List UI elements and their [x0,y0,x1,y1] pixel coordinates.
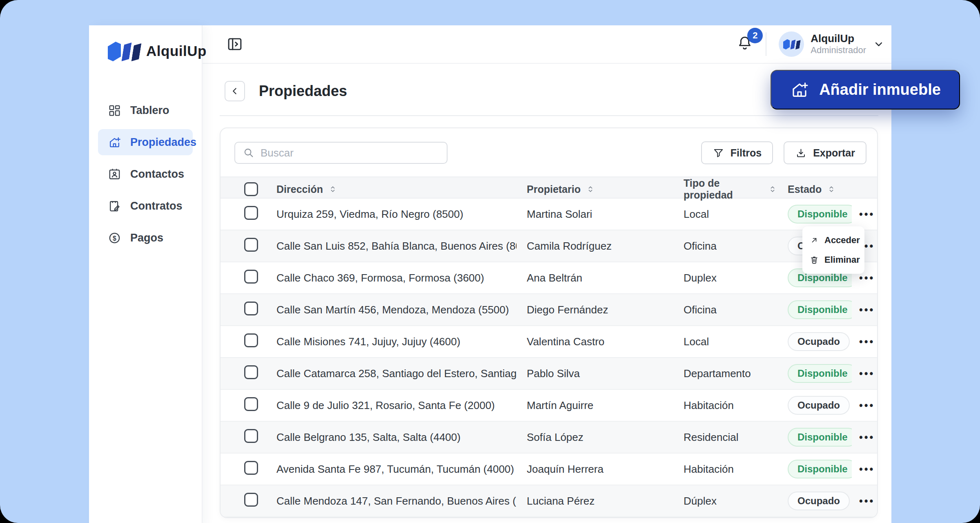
column-header-propietario[interactable]: Propietario [517,183,673,195]
row-actions-button[interactable]: ••• [859,400,875,411]
status-badge: Disponible [788,428,852,447]
table-body: Urquiza 259, Viedma, Río Negro (8500)Mar… [220,199,877,517]
add-property-button[interactable]: Añadir inmueble [771,70,960,110]
cell-type: Departamento [673,367,777,380]
cell-address: Calle San Martín 456, Mendoza, Mendoza (… [266,304,517,316]
table-row: Calle Chaco 369, Formosa, Formosa (3600)… [220,262,877,294]
row-actions-button[interactable]: ••• [859,368,875,379]
menu-item-eliminar[interactable]: Eliminar [802,250,864,270]
filters-button[interactable]: Filtros [701,141,773,164]
cell-owner: Martín Aguirre [517,399,673,412]
row-actions-button[interactable]: ••• [859,336,875,347]
row-checkbox[interactable] [244,333,258,347]
cell-owner: Joaquín Herrera [517,463,673,476]
sidebar-item-pagos[interactable]: $Pagos [98,225,193,251]
column-header-estado[interactable]: Estado [777,183,852,195]
row-actions-button[interactable]: ••• [859,463,875,475]
status-badge: Disponible [788,460,852,478]
house-plus-icon [108,136,121,149]
cell-type: Oficina [673,304,777,316]
sort-icon [328,184,338,194]
row-actions-button[interactable]: ••• [859,431,875,443]
cell-address: Calle San Luis 852, Bahía Blanca, Buenos… [266,240,517,253]
sidebar-item-label: Propiedades [130,136,196,149]
house-plus-icon [790,80,809,100]
select-all-checkbox[interactable] [244,182,258,196]
row-checkbox[interactable] [244,493,258,507]
row-actions-button[interactable]: ••• [859,208,875,220]
status-badge: Disponible [788,205,852,224]
sidebar-item-contactos[interactable]: Contactos [98,161,193,187]
chevron-down-icon [873,38,885,50]
brand-logo-icon [108,41,140,61]
sidebar-nav: TableroPropiedadesContactosContratos$Pag… [98,97,193,251]
menu-item-acceder[interactable]: Acceder [802,230,864,250]
export-button[interactable]: Exportar [784,141,866,164]
row-checkbox[interactable] [244,429,258,443]
row-actions-button[interactable]: ••• [859,272,875,284]
contract-icon [108,199,121,213]
menu-item-label: Acceder [824,235,860,246]
cell-address: Calle Misiones 741, Jujuy, Jujuy (4600) [266,335,517,348]
column-header-label: Tipo de propiedad [684,177,763,201]
cell-address: Calle Mendoza 147, San Fernando, Buenos … [266,495,517,507]
table-row: Calle San Martín 456, Mendoza, Mendoza (… [220,294,877,326]
row-checkbox[interactable] [244,461,258,475]
table-row: Avenida Santa Fe 987, Tucumán, Tucumán (… [220,454,877,485]
row-actions-button[interactable]: ••• [859,304,875,315]
column-header-tipo-de-propiedad[interactable]: Tipo de propiedad [673,177,777,201]
cell-address: Calle Catamarca 258, Santiago del Estero… [266,367,517,380]
cell-owner: Martina Solari [517,208,673,221]
column-header-label: Estado [788,183,822,195]
table-row: Urquiza 259, Viedma, Río Negro (8500)Mar… [220,199,877,230]
sidebar-item-propiedades[interactable]: Propiedades [98,129,193,155]
notification-count-badge: 2 [747,28,763,43]
search-input[interactable] [261,147,439,159]
table-header: DirecciónPropietarioTipo de propiedadEst… [220,177,877,199]
user-name: AlquilUp [811,32,866,45]
table-row: Calle Misiones 741, Jujuy, Jujuy (4600)V… [220,326,877,358]
back-button[interactable] [225,81,245,101]
svg-text:$: $ [113,235,116,241]
sidebar-item-tablero[interactable]: Tablero [98,97,193,123]
sidebar-item-label: Pagos [130,232,163,244]
cell-type: Duplex [673,272,777,284]
status-badge: Ocupado [788,396,850,415]
row-checkbox[interactable] [244,206,258,220]
search-input-wrap [234,142,448,164]
cell-owner: Luciana Pérez [517,495,673,507]
dashboard-icon [108,104,121,117]
sidebar-toggle-icon[interactable] [225,35,244,54]
trash-icon [809,255,819,265]
payments-icon: $ [108,231,121,245]
arrow-up-right-icon [809,235,819,245]
status-badge: Ocupado [788,492,850,510]
table-row: Calle Belgrano 135, Salta, Salta (4400)S… [220,422,877,454]
download-icon [795,147,807,159]
contact-card-icon [108,168,121,181]
row-checkbox[interactable] [244,365,258,379]
search-icon [243,147,255,159]
table-row: Calle Mendoza 147, San Fernando, Buenos … [220,485,877,517]
row-checkbox[interactable] [244,397,258,411]
sidebar: AlquilUp TableroPropiedadesContactosCont… [89,25,203,523]
cell-address: Calle Chaco 369, Formosa, Formosa (3600) [266,272,517,284]
column-header-label: Propietario [527,183,581,195]
filter-icon [713,147,724,159]
user-menu[interactable]: AlquilUp Administrador [779,31,885,57]
row-actions-button[interactable]: ••• [859,495,875,507]
row-checkbox[interactable] [244,270,258,284]
page-title: Propiedades [259,83,347,100]
sidebar-item-label: Tablero [130,104,169,117]
table-row: Calle Catamarca 258, Santiago del Estero… [220,358,877,390]
cell-owner: Ana Beltrán [517,272,673,284]
notifications-button[interactable]: 2 [736,35,753,54]
row-checkbox[interactable] [244,238,258,252]
sidebar-item-contratos[interactable]: Contratos [98,193,193,219]
row-checkbox[interactable] [244,302,258,315]
cell-type: Residencial [673,431,777,444]
add-property-button-label: Añadir inmueble [819,81,941,98]
column-header-direccion[interactable]: Dirección [266,183,517,195]
cell-type: Local [673,208,777,221]
content-area: Propiedades [203,64,891,523]
